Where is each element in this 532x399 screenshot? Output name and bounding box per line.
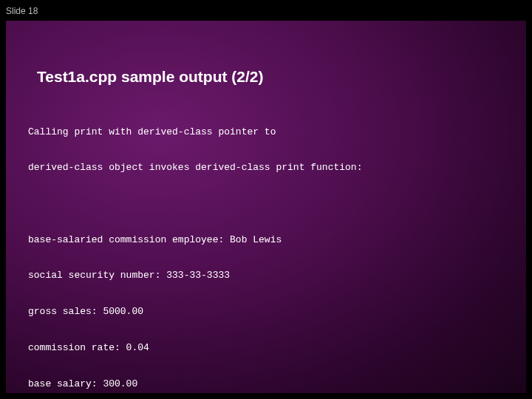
output-line: base-salaried commission employee: Bob L… [28, 234, 504, 246]
slide-number-label: Slide 18 [6, 6, 38, 16]
slide-body: Test1a.cpp sample output (2/2) Calling p… [6, 21, 526, 393]
output-block-2: base-salaried commission employee: Bob L… [28, 210, 504, 399]
output-line: derived-class object invokes derived-cla… [28, 162, 504, 174]
output-line: social security number: 333-33-3333 [28, 270, 504, 282]
output-block-1: Calling print with derived-class pointer… [28, 102, 504, 198]
output-line: commission rate: 0.04 [28, 342, 504, 354]
page-container: Slide 18 Test1a.cpp sample output (2/2) … [0, 0, 532, 399]
output-line: gross sales: 5000.00 [28, 306, 504, 318]
output-line: base salary: 300.00 [28, 378, 504, 390]
output-line: Calling print with derived-class pointer… [28, 126, 504, 138]
slide-title: Test1a.cpp sample output (2/2) [28, 21, 504, 86]
